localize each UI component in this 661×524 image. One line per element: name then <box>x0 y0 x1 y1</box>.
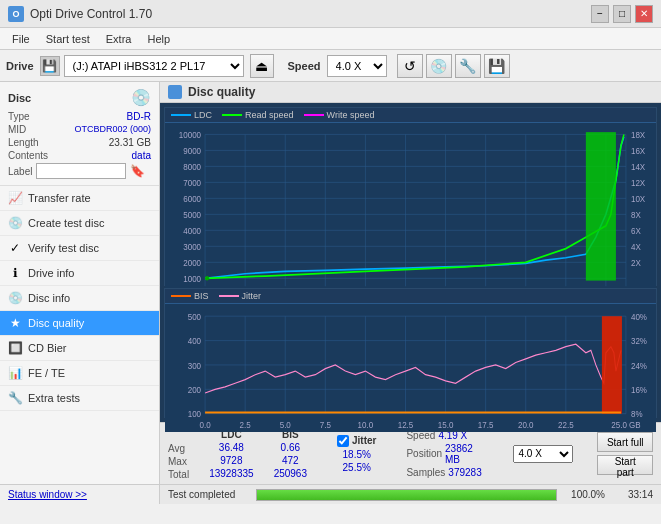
svg-text:500: 500 <box>188 311 201 322</box>
disc-info-icon: 💿 <box>8 291 22 305</box>
bottom-chart: BIS Jitter <box>164 288 657 418</box>
progress-time: 33:14 <box>613 489 653 500</box>
disc-quality-icon: ★ <box>8 316 22 330</box>
max-jitter: 25.5% <box>337 462 376 473</box>
progress-track <box>256 489 557 501</box>
nav-item-cd-bier[interactable]: 🔲 CD Bier <box>0 336 159 361</box>
bis-legend: BIS <box>171 291 209 301</box>
svg-text:16%: 16% <box>631 384 647 395</box>
start-full-button[interactable]: Start full <box>597 432 653 452</box>
close-button[interactable]: ✕ <box>635 5 653 23</box>
max-ldc: 9728 <box>209 455 254 466</box>
menu-extra[interactable]: Extra <box>98 31 140 47</box>
svg-text:3000: 3000 <box>183 241 201 252</box>
svg-text:5.0: 5.0 <box>280 420 291 431</box>
nav-item-extra-tests[interactable]: 🔧 Extra tests <box>0 386 159 411</box>
svg-text:10X: 10X <box>631 193 645 204</box>
svg-rect-94 <box>602 316 622 414</box>
svg-text:1000: 1000 <box>183 273 201 284</box>
save-button[interactable]: 💾 <box>484 54 510 78</box>
disc-section-label: Disc <box>8 92 31 104</box>
svg-text:7.5: 7.5 <box>320 420 331 431</box>
mid-val: OTCBDR002 (000) <box>74 124 151 135</box>
menu-help[interactable]: Help <box>139 31 178 47</box>
svg-text:20.0: 20.0 <box>518 420 534 431</box>
stats-jitter-col: Jitter 18.5% 25.5% <box>337 435 376 473</box>
eject-button[interactable]: ⏏ <box>250 54 274 78</box>
progress-percent: 100.0% <box>565 489 605 500</box>
label-icon[interactable]: 🔖 <box>130 164 145 178</box>
speed-combo[interactable]: 4.0 X <box>513 445 573 463</box>
svg-text:12X: 12X <box>631 177 645 188</box>
nav-label-create-test-disc: Create test disc <box>28 217 104 229</box>
cd-bier-icon: 🔲 <box>8 341 22 355</box>
refresh-button[interactable]: ↺ <box>397 54 423 78</box>
svg-text:200: 200 <box>188 384 201 395</box>
mid-key: MID <box>8 124 26 135</box>
settings-button[interactable]: 🔧 <box>455 54 481 78</box>
stats-labels-col: Avg Max Total <box>168 427 189 480</box>
nav-label-extra-tests: Extra tests <box>28 392 80 404</box>
jitter-header: Jitter <box>352 435 376 446</box>
total-bis: 250963 <box>274 468 307 479</box>
menu-starttest[interactable]: Start test <box>38 31 98 47</box>
maximize-button[interactable]: □ <box>613 5 631 23</box>
drive-toolbar: Drive 💾 (J:) ATAPI iHBS312 2 PL17 ⏏ Spee… <box>0 50 661 82</box>
svg-text:16X: 16X <box>631 145 645 156</box>
svg-text:24%: 24% <box>631 360 647 371</box>
jitter-checkbox[interactable] <box>337 435 349 447</box>
label-input[interactable] <box>36 163 126 179</box>
nav-item-drive-info[interactable]: ℹ Drive info <box>0 261 159 286</box>
svg-text:0.0: 0.0 <box>200 420 211 431</box>
nav-item-fe-te[interactable]: 📊 FE / TE <box>0 361 159 386</box>
ldc-legend: LDC <box>171 110 212 120</box>
top-chart: LDC Read speed Write speed <box>164 107 657 286</box>
drive-info-icon: ℹ <box>8 266 22 280</box>
nav-item-create-test-disc[interactable]: 💿 Create test disc <box>0 211 159 236</box>
svg-text:8X: 8X <box>631 209 641 220</box>
chart-title: Disc quality <box>188 85 255 99</box>
nav-item-disc-info[interactable]: 💿 Disc info <box>0 286 159 311</box>
status-bar: Status window >> <box>0 484 159 504</box>
avg-jitter: 18.5% <box>337 449 376 460</box>
nav-item-verify-test-disc[interactable]: ✓ Verify test disc <box>0 236 159 261</box>
titlebar-left: O Opti Drive Control 1.70 <box>8 6 152 22</box>
svg-point-54 <box>205 276 209 281</box>
nav-label-disc-quality: Disc quality <box>28 317 84 329</box>
svg-text:4000: 4000 <box>183 225 201 236</box>
disc-section: Disc 💿 Type BD-R MID OTCBDR002 (000) Len… <box>0 82 159 186</box>
start-part-button[interactable]: Start part <box>597 455 653 475</box>
minimize-button[interactable]: − <box>591 5 609 23</box>
action-buttons-col: Start full Start part <box>597 432 653 475</box>
total-label: Total <box>168 469 189 480</box>
writespeed-legend: Write speed <box>304 110 375 120</box>
menu-file[interactable]: File <box>4 31 38 47</box>
top-chart-svg: 10000 9000 8000 7000 6000 5000 4000 3000… <box>165 123 656 300</box>
nav-label-disc-info: Disc info <box>28 292 70 304</box>
create-test-disc-icon: 💿 <box>8 216 22 230</box>
nav-item-transfer-rate[interactable]: 📈 Transfer rate <box>0 186 159 211</box>
contents-val: data <box>132 150 151 161</box>
app-title: Opti Drive Control 1.70 <box>30 7 152 21</box>
stats-bis-col: BIS 0.66 472 250963 <box>274 429 307 479</box>
speed-select[interactable]: 4.0 X <box>327 55 387 77</box>
svg-text:6X: 6X <box>631 225 641 236</box>
stats-speed-col: Speed 4.19 X Position 23862 MB Samples 3… <box>406 430 485 478</box>
nav-label-verify-test-disc: Verify test disc <box>28 242 99 254</box>
svg-text:400: 400 <box>188 335 201 346</box>
progress-area: Test completed 100.0% 33:14 <box>160 484 661 504</box>
drive-select[interactable]: (J:) ATAPI iHBS312 2 PL17 <box>64 55 244 77</box>
disc-button[interactable]: 💿 <box>426 54 452 78</box>
svg-text:7000: 7000 <box>183 177 201 188</box>
svg-text:100: 100 <box>188 409 201 420</box>
svg-text:9000: 9000 <box>183 145 201 156</box>
status-window-button[interactable]: Status window >> <box>8 489 87 500</box>
nav-item-disc-quality[interactable]: ★ Disc quality <box>0 311 159 336</box>
disc-icon: 💿 <box>131 88 151 107</box>
svg-text:12.5: 12.5 <box>398 420 414 431</box>
length-key: Length <box>8 137 39 148</box>
svg-text:300: 300 <box>188 360 201 371</box>
svg-rect-0 <box>165 123 656 300</box>
svg-text:8%: 8% <box>631 409 643 420</box>
svg-text:2.5: 2.5 <box>240 420 251 431</box>
